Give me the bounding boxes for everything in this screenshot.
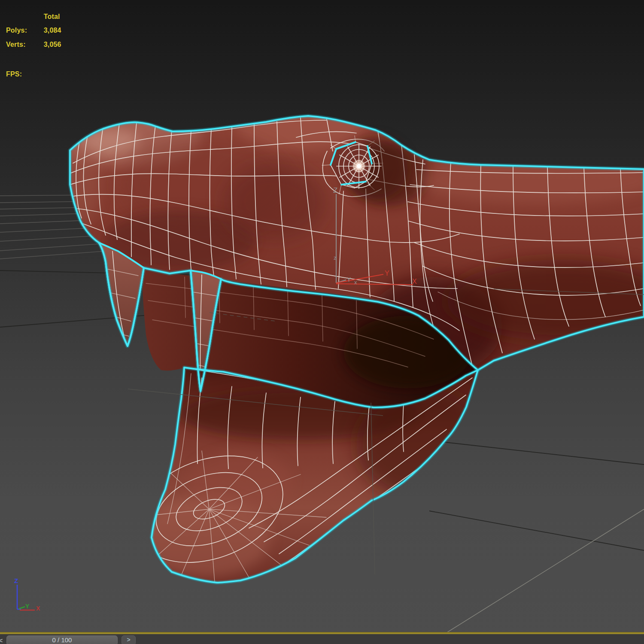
gizmo-x-label: X: [412, 278, 417, 285]
previous-frame-button[interactable]: <: [0, 637, 5, 644]
time-slider-thumb[interactable]: 0 / 100: [6, 635, 118, 644]
next-frame-button[interactable]: >: [122, 635, 136, 644]
stats-fps-label: FPS:: [6, 70, 22, 78]
stats-verts-label: Verts:: [6, 41, 42, 49]
tripod-x-label: X: [36, 605, 40, 612]
stats-row-verts: Verts: 3,056: [6, 41, 61, 49]
stats-total-header: Total: [44, 13, 60, 21]
snake-head-model[interactable]: [54, 103, 644, 583]
stats-polys-value: 3,084: [44, 27, 61, 34]
stats-polys-label: Polys:: [6, 27, 42, 34]
gizmo-x-minor-label: x: [354, 279, 357, 286]
world-axis-tripod: Z Y X: [14, 577, 40, 612]
tripod-y-axis: [19, 607, 25, 609]
tripod-z-label: Z: [14, 577, 18, 584]
viewport-canvas[interactable]: Z z Y x Y X Z Y X: [0, 0, 644, 644]
tripod-y-label: Y: [25, 603, 30, 610]
time-slider-track[interactable]: < 0 / 100 >: [0, 634, 644, 644]
stats-row-polys: Polys: 3,084: [6, 27, 61, 34]
viewport: { "viewport": { "stats": { "total_header…: [0, 0, 644, 644]
gizmo-y-minor-label: Y: [347, 276, 351, 283]
timeline-track-bar[interactable]: < 0 / 100 >: [0, 632, 644, 644]
gizmo-y-label: Y: [385, 270, 389, 277]
gizmo-z-minor-label: z: [334, 255, 337, 261]
gizmo-z-label: Z: [333, 186, 337, 194]
stats-verts-value: 3,056: [44, 41, 61, 49]
